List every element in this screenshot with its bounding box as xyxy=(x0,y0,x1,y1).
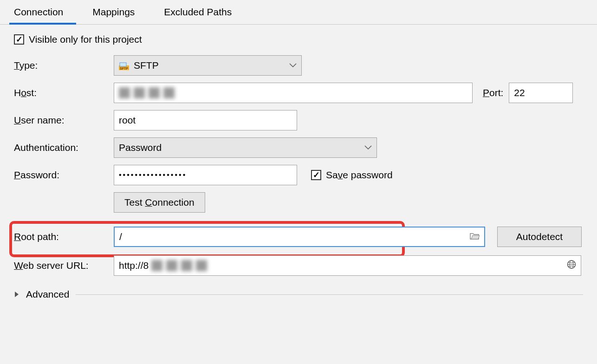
separator-line xyxy=(76,294,583,295)
tab-connection[interactable]: Connection xyxy=(9,0,76,24)
chevron-down-icon xyxy=(364,145,372,150)
rootpath-input-wrap xyxy=(114,227,485,247)
save-password-row: Save password xyxy=(311,169,393,181)
folder-browse-icon[interactable] xyxy=(469,231,480,242)
globe-icon[interactable] xyxy=(567,260,576,272)
rootpath-label: Root path: xyxy=(14,231,114,242)
advanced-section-toggle[interactable]: Advanced xyxy=(14,289,583,300)
test-connection-button[interactable]: Test Connection xyxy=(114,192,205,213)
svg-rect-1 xyxy=(120,63,126,66)
auth-select[interactable]: Password xyxy=(114,137,377,158)
webserver-value-prefix: http://8 xyxy=(119,260,149,271)
visible-only-label: Visible only for this project xyxy=(29,34,142,45)
type-row: Type: SFTP SFTP xyxy=(14,55,583,76)
auth-value: Password xyxy=(119,142,162,153)
tab-label: Mappings xyxy=(92,6,135,17)
password-input[interactable]: ••••••••••••••••• xyxy=(114,165,297,185)
form-area: Visible only for this project Type: SFTP… xyxy=(0,25,597,305)
webserver-row: Web server URL: http://8 xyxy=(14,255,583,276)
save-password-label: Save password xyxy=(326,169,393,181)
expand-triangle-icon xyxy=(14,289,19,300)
type-select[interactable]: SFTP SFTP xyxy=(114,55,302,76)
chevron-down-icon xyxy=(289,63,297,68)
svg-text:SFTP: SFTP xyxy=(120,67,128,70)
password-row: Password: ••••••••••••••••• Save passwor… xyxy=(14,165,583,185)
sftp-icon: SFTP xyxy=(119,61,129,70)
tab-label: Excluded Paths xyxy=(164,6,232,17)
host-label: Host: xyxy=(14,87,114,98)
visible-only-checkbox[interactable] xyxy=(14,34,24,45)
type-value: SFTP xyxy=(134,60,159,71)
username-input[interactable] xyxy=(114,110,297,130)
auth-row: Authentication: Password xyxy=(14,137,583,158)
autodetect-button[interactable]: Autodetect xyxy=(497,227,582,247)
tab-excluded-paths[interactable]: Excluded Paths xyxy=(159,0,245,24)
auth-label: Authentication: xyxy=(14,142,114,153)
username-row: User name: xyxy=(14,110,583,130)
save-password-checkbox[interactable] xyxy=(311,170,321,180)
host-input[interactable] xyxy=(114,83,473,103)
advanced-label: Advanced xyxy=(26,289,69,300)
password-label: Password: xyxy=(14,169,114,181)
tab-bar: Connection Mappings Excluded Paths xyxy=(0,0,597,25)
rootpath-row: Root path: Autodetect xyxy=(14,227,583,247)
type-label: Type: xyxy=(14,60,114,71)
visible-only-row: Visible only for this project xyxy=(14,34,583,45)
webserver-value-redacted xyxy=(151,260,207,271)
test-connection-row: Test Connection xyxy=(14,192,583,213)
webserver-input[interactable]: http://8 xyxy=(114,255,581,276)
username-label: User name: xyxy=(14,115,114,126)
port-input[interactable] xyxy=(509,83,573,103)
webserver-label: Web server URL: xyxy=(14,260,114,271)
deployment-connection-panel: Connection Mappings Excluded Paths Visib… xyxy=(0,0,597,305)
host-row: Host: Port: xyxy=(14,83,583,103)
host-value-redacted xyxy=(119,87,175,98)
port-label: Port: xyxy=(483,87,503,98)
tab-mappings[interactable]: Mappings xyxy=(88,0,148,24)
rootpath-input[interactable] xyxy=(115,228,484,246)
tab-label: Connection xyxy=(14,6,63,17)
